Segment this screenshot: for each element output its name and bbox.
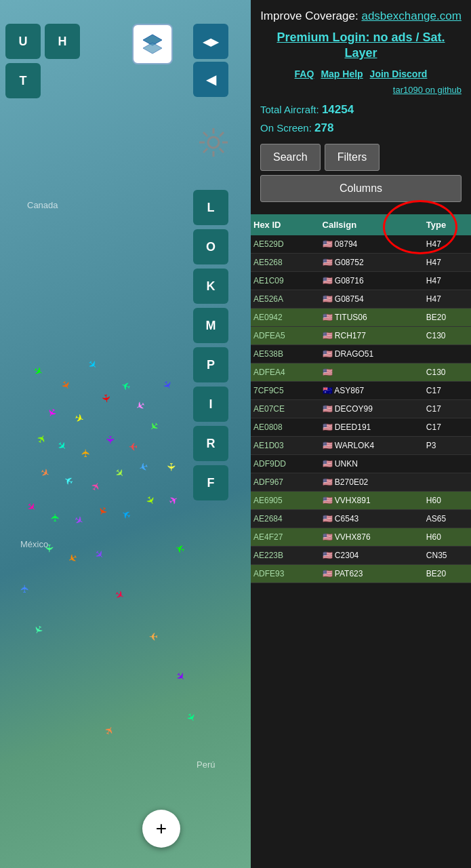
- hex-id-cell: ADF9DD: [251, 454, 320, 473]
- table-row[interactable]: ADFEA5🇺🇸 RCH177C130: [251, 326, 471, 344]
- callsign-cell: 🇺🇸 C6543: [320, 509, 424, 528]
- flag-icon: 🇺🇸: [323, 239, 333, 249]
- hex-id-cell: ADFEA5: [251, 326, 320, 344]
- callsign-cell: 🇺🇸 UNKN: [320, 454, 424, 473]
- faq-link[interactable]: FAQ: [295, 68, 314, 79]
- toolbar-t-button[interactable]: T: [5, 63, 41, 98]
- table-row[interactable]: AE2684🇺🇸 C6543AS65: [251, 509, 471, 528]
- table-row[interactable]: AE1C09🇺🇸 G08716H47: [251, 271, 471, 290]
- letter-r-button[interactable]: R: [193, 426, 228, 461]
- type-cell: AS65: [424, 509, 471, 528]
- action-buttons: Search Filters Columns: [260, 144, 462, 202]
- callsign-text: VVHX891: [333, 496, 371, 505]
- add-button[interactable]: +: [142, 810, 180, 848]
- map-help-link[interactable]: Map Help: [321, 68, 363, 79]
- aircraft-icon: ✈: [129, 441, 138, 452]
- toolbar: U H T: [5, 24, 80, 98]
- callsign-text: PAT623: [333, 569, 363, 578]
- settings-button[interactable]: [193, 122, 234, 163]
- type-cell: BE20: [424, 564, 471, 583]
- aircraft-icon: ✈: [20, 585, 30, 593]
- hex-id-cell: AE0808: [251, 418, 320, 436]
- filters-button[interactable]: Filters: [325, 144, 380, 171]
- flag-icon: 🇺🇸: [323, 496, 333, 505]
- aircraft-icon: ✈: [165, 462, 176, 471]
- right-panel: Improve Coverage: adsbexchange.com Premi…: [251, 0, 471, 868]
- table-row[interactable]: ADFE93🇺🇸 PAT623BE20: [251, 564, 471, 583]
- type-cell: P3: [424, 436, 471, 454]
- table-row[interactable]: ADF9DD🇺🇸 UNKN: [251, 454, 471, 473]
- callsign-text: DRAGO51: [333, 349, 374, 359]
- table-row[interactable]: ADFEA4🇺🇸 C130: [251, 363, 471, 381]
- callsign-cell: 🇺🇸 VVHX891: [320, 491, 424, 509]
- aircraft-icon: ✈: [73, 412, 85, 425]
- improve-coverage-label: Improve Coverage:: [260, 9, 359, 22]
- type-cell: [424, 454, 471, 473]
- hex-id-cell: AE07CE: [251, 399, 320, 418]
- aircraft-icon: ✈: [160, 378, 173, 391]
- adsb-link[interactable]: adsbexchange.com: [361, 9, 461, 22]
- col-callsign: Callsign: [320, 214, 424, 235]
- letter-k-button[interactable]: K: [193, 269, 228, 304]
- table-row[interactable]: ADF967🇺🇸 B270E02: [251, 473, 471, 491]
- callsign-text: C6543: [333, 514, 359, 524]
- flag-icon: 🇺🇸: [323, 404, 333, 414]
- letter-m-button[interactable]: M: [193, 308, 228, 343]
- table-row[interactable]: AE223B🇺🇸 C2304CN35: [251, 546, 471, 564]
- callsign-cell: 🇺🇸 DEED191: [320, 418, 424, 436]
- table-row[interactable]: AE4F27🇺🇸 VVHX876H60: [251, 528, 471, 546]
- toolbar-h-button[interactable]: H: [45, 24, 80, 59]
- nav-forward-button[interactable]: ◀▶: [193, 24, 228, 59]
- table-row[interactable]: AE6905🇺🇸 VVHX891H60: [251, 491, 471, 509]
- flag-icon: 🇺🇸: [323, 294, 333, 304]
- letter-f-button[interactable]: F: [193, 465, 228, 500]
- table-row[interactable]: AE529D🇺🇸 08794H47: [251, 235, 471, 254]
- callsign-text: G08752: [333, 258, 364, 267]
- nav-back-button[interactable]: ◀: [193, 62, 228, 97]
- table-row[interactable]: AE1D03🇺🇸 WARLOK4P3: [251, 436, 471, 454]
- toolbar-u-button[interactable]: U: [5, 24, 41, 59]
- aircraft-icon: ✈: [138, 460, 150, 473]
- flag-icon: 🇺🇸: [323, 276, 333, 285]
- discord-link[interactable]: Join Discord: [370, 68, 428, 79]
- type-cell: C17: [424, 381, 471, 399]
- columns-button[interactable]: Columns: [260, 175, 462, 202]
- aircraft-icon: ✈: [58, 378, 72, 391]
- hex-id-cell: AE223B: [251, 546, 320, 564]
- premium-login-link[interactable]: Premium Login: no ads / Sat. Layer: [260, 30, 462, 62]
- aircraft-icon: ✈: [89, 480, 102, 493]
- side-letter-buttons: L O K M P I R F: [193, 190, 228, 500]
- letter-l-button[interactable]: L: [193, 190, 228, 225]
- table-row[interactable]: AE538B🇺🇸 DRAGO51: [251, 344, 471, 363]
- flag-icon: 🇺🇸: [323, 477, 333, 487]
- layer-button[interactable]: [132, 24, 173, 64]
- type-cell: C17: [424, 399, 471, 418]
- aircraft-icon: ✈: [24, 500, 39, 515]
- callsign-text: ASY867: [333, 386, 365, 395]
- table-row[interactable]: 7CF9C5🇦🇺 ASY867C17: [251, 381, 471, 399]
- table-row[interactable]: AE5268🇺🇸 G08752H47: [251, 253, 471, 271]
- letter-o-button[interactable]: O: [193, 229, 228, 264]
- svg-line-7: [203, 132, 207, 136]
- letter-i-button[interactable]: I: [193, 387, 228, 422]
- flag-icon: 🇺🇸: [323, 441, 333, 450]
- callsign-cell: 🇺🇸 DECOY99: [320, 399, 424, 418]
- callsign-cell: 🇺🇸 DRAGO51: [320, 344, 424, 363]
- peru-label: Perú: [197, 760, 215, 770]
- hex-id-cell: AE0942: [251, 308, 320, 326]
- aircraft-icon: ✈: [39, 467, 52, 480]
- type-cell: H47: [424, 290, 471, 308]
- search-button[interactable]: Search: [260, 144, 321, 171]
- table-row[interactable]: AE526A🇺🇸 G08754H47: [251, 290, 471, 308]
- improve-coverage-text: Improve Coverage: adsbexchange.com: [260, 8, 462, 24]
- flag-icon: 🇺🇸: [323, 368, 333, 377]
- svg-line-8: [220, 149, 224, 153]
- callsign-text: B270E02: [333, 477, 369, 487]
- table-row[interactable]: AE0942🇺🇸 TITUS06BE20: [251, 308, 471, 326]
- letter-p-button[interactable]: P: [193, 347, 228, 382]
- callsign-cell: 🇺🇸 G08752: [320, 253, 424, 271]
- table-row[interactable]: AE0808🇺🇸 DEED191C17: [251, 418, 471, 436]
- table-row[interactable]: AE07CE🇺🇸 DECOY99C17: [251, 399, 471, 418]
- total-aircraft-value: 14254: [322, 103, 354, 116]
- github-link[interactable]: tar1090 on github: [260, 85, 462, 95]
